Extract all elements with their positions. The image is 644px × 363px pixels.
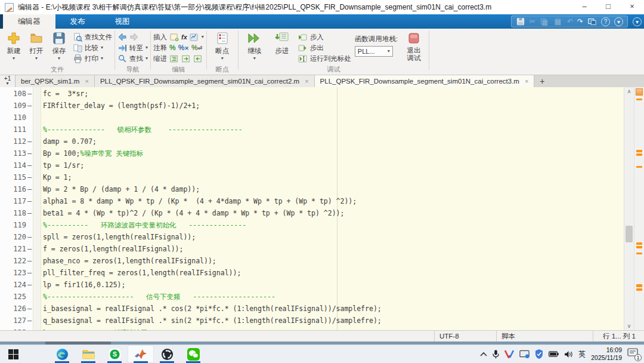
forward-arrow-icon[interactable] [129, 32, 139, 42]
warning-mark[interactable] [636, 246, 642, 248]
warning-mark[interactable] [636, 99, 642, 100]
run-to-cursor-button[interactable]: 运行到光标处 [298, 53, 351, 64]
chevron-down-icon[interactable]: ▾ [614, 17, 623, 26]
help-icon[interactable]: ? [601, 17, 610, 26]
cut-icon[interactable]: ✂ [530, 16, 535, 27]
code-line[interactable]: Kp = 1; [43, 171, 72, 183]
code-line[interactable]: q_basesignal = realIFsignal .* sin(2 *pi… [43, 315, 382, 327]
warning-mark[interactable] [636, 253, 642, 254]
continue-button[interactable]: 继续▾ [242, 31, 268, 61]
ribbon-tab-2[interactable]: 视图 [100, 14, 145, 29]
wrap-comment-icon[interactable]: %⏎ [191, 44, 202, 52]
message-indicator-strip[interactable] [634, 87, 644, 330]
call-stack-dropdown[interactable]: PLL... ▾ [355, 46, 393, 57]
input-language-indicator[interactable]: 英 [578, 349, 586, 359]
line-number[interactable]: 125 [0, 291, 26, 303]
line-number[interactable]: 121 [0, 243, 26, 255]
code-line[interactable]: i_basesignal = realIFsignal .* cos(2 *pi… [43, 303, 382, 315]
speaker-icon[interactable] [564, 350, 573, 358]
scroll-down-icon[interactable]: ∨ [624, 323, 634, 329]
smart-indent-icon[interactable] [169, 54, 179, 63]
screen-cast-icon[interactable] [519, 350, 530, 358]
document-tab-2[interactable]: PLL_QPSK_FIR_Downsample_segment_sim01N_c… [315, 75, 535, 87]
clock[interactable]: 16:09 2025/11/19 [591, 346, 622, 362]
document-tab-0[interactable]: ber_QPSK_sim1.m× [16, 75, 95, 87]
ribbon-tab-0[interactable]: 编辑器 [3, 14, 55, 29]
back-arrow-icon[interactable] [117, 32, 127, 42]
line-number[interactable]: 112 [0, 136, 26, 147]
line-number[interactable]: 110 [0, 112, 26, 124]
save-icon[interactable] [516, 17, 525, 26]
insert-section-icon[interactable] [169, 32, 179, 42]
code-line[interactable]: spll = zeros(1,length(realIFsignal)); [43, 231, 196, 243]
code-line[interactable]: f = zeros(1,length(realIFsignal)); [43, 243, 183, 255]
close-tab-icon[interactable]: × [85, 78, 88, 85]
tab-overflow-control[interactable]: +1 ▼ [0, 75, 16, 87]
line-number[interactable]: 123 [0, 267, 26, 279]
line-number[interactable]: 119 [0, 219, 26, 231]
warning-mark[interactable] [636, 288, 642, 291]
line-number[interactable]: 113 [0, 147, 26, 159]
undo-icon[interactable]: ↶ [567, 16, 573, 27]
microphone-icon[interactable] [493, 350, 499, 359]
minimize-button[interactable]: – [572, 0, 596, 14]
line-number[interactable]: 120 [0, 231, 26, 243]
taskbar-app-file-explorer[interactable] [75, 345, 101, 363]
code-line[interactable]: %-------------- 锁相环参数 ------------------ [43, 124, 242, 136]
warning-mark[interactable] [636, 284, 642, 287]
breakpoints-button[interactable]: 断点▾ [210, 31, 235, 61]
warning-mark[interactable] [636, 153, 642, 156]
code-line[interactable]: fc = 3*sr; [43, 88, 88, 100]
ribbon-tab-1[interactable]: 发布 [55, 14, 100, 29]
line-number[interactable]: 115 [0, 171, 26, 183]
vertical-scrollbar[interactable]: ∧ ∨ [624, 87, 634, 330]
maximize-button[interactable]: □ [596, 0, 620, 14]
code-line[interactable]: alpha1 = 8 * damp * Wp * tp / (Kp * (4 +… [43, 195, 357, 207]
code-line[interactable]: FIRfilter_delay = (length(psf)-1)/2+1; [43, 100, 200, 112]
new-button[interactable]: 新建▾ [3, 31, 24, 61]
taskbar-app-obs-studio[interactable] [154, 345, 180, 363]
new-tab-button[interactable]: + [534, 75, 550, 87]
insert-function-icon[interactable] [190, 32, 199, 42]
breakpoint-column[interactable] [34, 87, 41, 330]
open-button[interactable]: 打开▾ [26, 31, 47, 61]
quit-debug-button[interactable]: 退出调试 [402, 31, 426, 62]
indent-left-icon[interactable] [193, 54, 203, 63]
code-line[interactable]: damp = 0.707; [43, 136, 97, 147]
warning-mark[interactable] [636, 166, 642, 168]
security-shield-icon[interactable] [535, 349, 543, 359]
indent-right-icon[interactable] [181, 54, 191, 63]
indent-label[interactable]: 缩进 [153, 54, 167, 63]
taskbar-app-matlab[interactable] [128, 345, 154, 363]
insert-fx-icon[interactable]: fx [181, 33, 187, 41]
document-tab-1[interactable]: PLL_QPSK_FIR_Downsample_segment_sim01N_c… [95, 75, 315, 87]
line-number[interactable]: 117 [0, 195, 26, 207]
step-in-button[interactable]: 步入 [298, 32, 351, 42]
minimize-ribbon-icon[interactable]: ▾ [633, 17, 642, 26]
code-editor[interactable]: 108–109–110111112–113–114–115–116–117–11… [0, 87, 624, 330]
scrollbar-thumb[interactable] [626, 226, 633, 242]
close-tab-icon[interactable]: × [525, 78, 528, 85]
code-line[interactable]: phase_nco = zeros(1,length(realIFsignal)… [43, 255, 216, 267]
line-number[interactable]: 122 [0, 255, 26, 267]
battery-icon[interactable] [549, 351, 559, 357]
taskbar-app-edge[interactable] [49, 345, 75, 363]
close-tab-icon[interactable]: × [305, 78, 308, 85]
code-line[interactable]: %--------------------- 信号下变频 -----------… [43, 291, 275, 303]
step-button[interactable]: 步进 [269, 31, 295, 56]
comment-icon[interactable]: % [169, 44, 176, 52]
warning-mark[interactable] [636, 242, 642, 245]
find-button[interactable]: 查找▾ [117, 53, 148, 64]
dock-window-icon[interactable] [587, 17, 597, 26]
line-number[interactable]: 108 [0, 88, 26, 100]
compare-button[interactable]: 比较▾ [73, 42, 112, 53]
hidden-icons-chevron[interactable] [480, 352, 487, 356]
taskbar-app-wechat[interactable] [180, 345, 206, 363]
code-line[interactable]: %---------- 环路滤波器中变量初始化 -------------- [43, 219, 246, 231]
uncomment-icon[interactable]: %✕ [178, 44, 189, 52]
taskbar-app-s-browser[interactable]: S [101, 345, 128, 363]
message-summary-box[interactable] [636, 88, 643, 96]
line-number[interactable]: 114 [0, 159, 26, 171]
code-line[interactable]: beta1 = 4 * (Wp * tp)^2 / (Kp * (4 + 4 *… [43, 207, 344, 219]
find-files-button[interactable]: 查找文件 [73, 32, 112, 42]
